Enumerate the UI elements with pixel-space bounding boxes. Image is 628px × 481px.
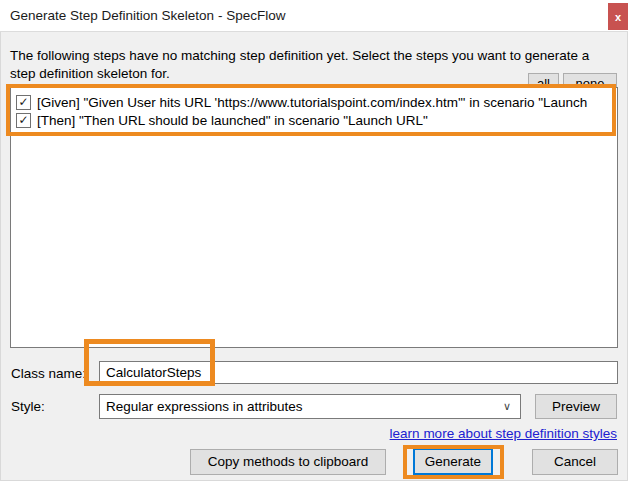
close-icon: x (615, 11, 621, 23)
style-label: Style: (11, 399, 45, 414)
checkbox-checked-icon[interactable]: ✓ (16, 95, 31, 110)
step-row-given[interactable]: ✓ [Given] "Given User hits URL 'https://… (11, 94, 617, 112)
style-dropdown-value: Regular expressions in attributes (106, 399, 303, 414)
cancel-button[interactable]: Cancel (532, 449, 618, 475)
preview-button[interactable]: Preview (535, 394, 617, 419)
instructions-text: The following steps have no matching ste… (10, 47, 598, 83)
learn-more-link[interactable]: learn more about step definition styles (390, 426, 617, 441)
title-bar: Generate Step Definition Skeleton - Spec… (0, 0, 628, 32)
generate-button[interactable]: Generate (413, 448, 493, 475)
style-dropdown[interactable]: Regular expressions in attributes ∨ (99, 394, 521, 419)
chevron-down-icon: ∨ (503, 395, 511, 418)
step-label: [Given] "Given User hits URL 'https://ww… (37, 94, 615, 111)
class-name-label: Class name: (11, 366, 86, 381)
check-icon: ✓ (18, 113, 28, 127)
checkbox-checked-icon[interactable]: ✓ (16, 113, 31, 128)
copy-methods-button[interactable]: Copy methods to clipboard (190, 449, 386, 475)
step-label: [Then] "Then URL should be launched" in … (37, 112, 615, 129)
step-row-then[interactable]: ✓ [Then] "Then URL should be launched" i… (11, 112, 617, 130)
dialog-title: Generate Step Definition Skeleton - Spec… (10, 0, 285, 31)
class-name-input[interactable] (99, 361, 618, 384)
close-button[interactable]: x (608, 3, 628, 30)
check-icon: ✓ (18, 95, 28, 109)
generate-step-definition-dialog: Generate Step Definition Skeleton - Spec… (0, 0, 628, 481)
steps-listbox[interactable]: ✓ [Given] "Given User hits URL 'https://… (10, 87, 618, 348)
